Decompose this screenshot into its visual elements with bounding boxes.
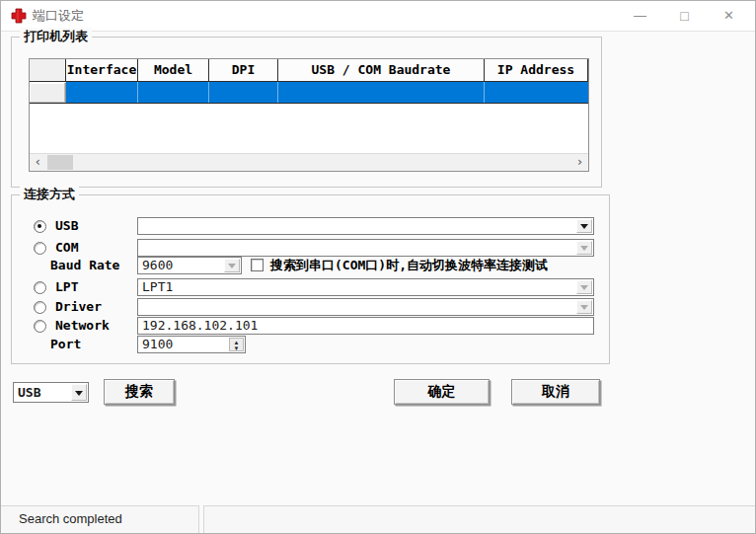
usb-combo-dropdown[interactable]: [576, 219, 592, 233]
usb-radio-label[interactable]: USB: [55, 217, 78, 235]
horizontal-scrollbar[interactable]: ‹ ›: [30, 153, 588, 171]
port-label: Port: [50, 336, 81, 353]
lpt-combo[interactable]: LPT1: [137, 278, 594, 296]
baud-rate-combo[interactable]: 9600: [137, 257, 242, 274]
dropdown-arrow-icon: [580, 246, 588, 251]
window-title: 端口设定: [33, 1, 84, 31]
column-header-dpi[interactable]: DPI: [209, 59, 278, 81]
printer-list-group: 打印机列表 Interface Model DPI USB / COM Baud…: [11, 37, 602, 188]
com-combo[interactable]: [137, 239, 594, 257]
ok-button[interactable]: 确定: [394, 379, 490, 405]
printer-table: Interface Model DPI USB / COM Baudrate I…: [29, 58, 589, 172]
status-panel-message: Search completed: [1, 505, 199, 533]
dropdown-arrow-icon: [228, 264, 236, 268]
cell-baudrate[interactable]: [278, 82, 485, 103]
maximize-icon[interactable]: □: [662, 1, 707, 31]
cell-ip-address[interactable]: [485, 82, 588, 103]
dropdown-arrow-icon: [580, 224, 588, 229]
search-button[interactable]: 搜索: [104, 379, 175, 405]
column-header-model[interactable]: Model: [138, 59, 209, 81]
network-radio-label[interactable]: Network: [55, 317, 110, 335]
com-combo-dropdown[interactable]: [576, 241, 592, 255]
com-radio-label[interactable]: COM: [55, 239, 78, 257]
connection-method-group: 连接方式 USB COM Baud Rate 9600 搜索到串口(COM口)时…: [11, 194, 610, 364]
baud-rate-combo-dropdown[interactable]: [224, 259, 240, 272]
spin-down-icon[interactable]: ▼: [230, 345, 243, 351]
row-header-cell[interactable]: [30, 82, 66, 103]
driver-combo-dropdown[interactable]: [576, 300, 592, 314]
title-bar: 端口设定 — □ ✕: [1, 1, 755, 32]
window-controls: — □ ✕: [618, 1, 751, 31]
interface-type-combo-dropdown[interactable]: [71, 384, 87, 401]
port-settings-dialog: 端口设定 — □ ✕ 打印机列表 Interface Model DPI USB…: [0, 0, 756, 534]
cell-model[interactable]: [138, 82, 209, 103]
app-cross-icon: [11, 8, 27, 24]
status-panel-secondary: [203, 505, 755, 533]
driver-combo[interactable]: [137, 298, 594, 316]
driver-radio-label[interactable]: Driver: [55, 298, 102, 316]
dropdown-arrow-icon: [580, 305, 588, 310]
network-ip-input[interactable]: 192.168.102.101: [137, 317, 594, 335]
dropdown-arrow-icon: [75, 391, 83, 396]
network-radio[interactable]: [34, 320, 46, 333]
port-spin-buttons[interactable]: ▲ ▼: [229, 338, 244, 351]
scroll-right-icon[interactable]: ›: [571, 154, 588, 171]
column-header-interface[interactable]: Interface: [66, 59, 138, 81]
connection-group-label: 连接方式: [20, 186, 79, 203]
lpt-combo-dropdown[interactable]: [576, 280, 592, 294]
port-spinner[interactable]: 9100 ▲ ▼: [137, 336, 246, 353]
auto-baud-checkbox-label[interactable]: 搜索到串口(COM口)时,自动切换波特率连接测试: [270, 257, 548, 274]
table-row-selected[interactable]: [30, 82, 588, 104]
column-header-ip-address[interactable]: IP Address: [485, 59, 588, 81]
scroll-left-icon[interactable]: ‹: [30, 154, 46, 171]
driver-radio[interactable]: [34, 301, 46, 314]
cancel-button[interactable]: 取消: [511, 379, 600, 405]
baud-rate-label: Baud Rate: [50, 257, 119, 274]
cell-interface[interactable]: [66, 82, 138, 103]
printer-list-group-label: 打印机列表: [20, 28, 92, 45]
status-bar: Search completed: [1, 505, 755, 533]
auto-baud-checkbox[interactable]: [251, 259, 264, 271]
usb-radio[interactable]: [34, 220, 46, 233]
lpt-radio-label[interactable]: LPT: [55, 278, 78, 296]
minimize-icon[interactable]: —: [618, 1, 662, 31]
usb-combo[interactable]: [137, 217, 594, 235]
cell-dpi[interactable]: [209, 82, 278, 103]
dropdown-arrow-icon: [580, 285, 588, 290]
close-icon[interactable]: ✕: [707, 1, 751, 31]
interface-type-combo[interactable]: USB: [13, 382, 89, 403]
lpt-radio[interactable]: [34, 281, 46, 294]
column-header-rowselector[interactable]: [30, 59, 66, 81]
com-radio[interactable]: [34, 242, 46, 255]
status-message: Search completed: [19, 506, 122, 532]
scrollbar-thumb[interactable]: [47, 155, 73, 170]
column-header-baudrate[interactable]: USB / COM Baudrate: [278, 59, 485, 81]
printer-table-header: Interface Model DPI USB / COM Baudrate I…: [30, 59, 588, 82]
